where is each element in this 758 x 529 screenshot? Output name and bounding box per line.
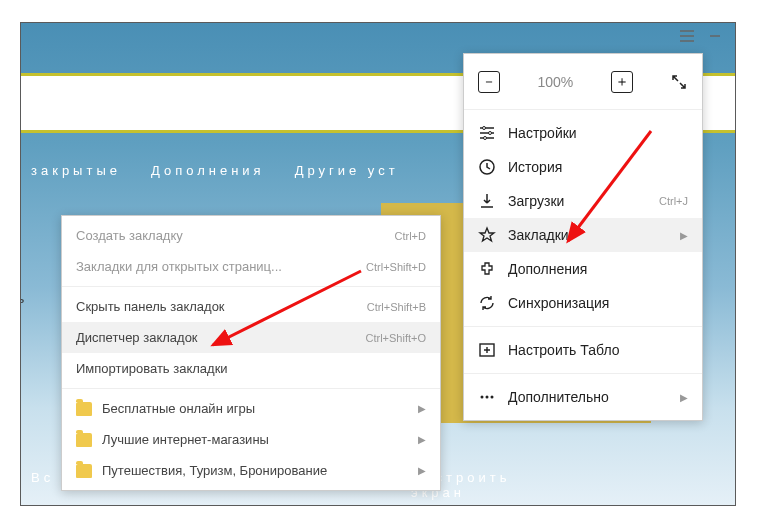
menu-settings[interactable]: Настройки (464, 116, 702, 150)
menu-sync[interactable]: Синхронизация (464, 286, 702, 320)
bookmarks-toolbar: закрытые Дополнения Другие уст (21, 163, 399, 178)
submenu-create-bookmark[interactable]: Создать закладку Ctrl+D (62, 220, 440, 251)
hamburger-menu-button[interactable] (673, 23, 701, 49)
submenu-folder-shops[interactable]: Лучшие интернет-магазины ▶ (62, 424, 440, 455)
toolbar-link-addons[interactable]: Дополнения (151, 163, 265, 178)
toolbar-link-closed[interactable]: закрытые (31, 163, 121, 178)
menu-label: Диспетчер закладок (76, 330, 355, 345)
sync-icon (478, 294, 496, 312)
submenu-folder-travel[interactable]: Путешествия, Туризм, Бронирование ▶ (62, 455, 440, 486)
zoom-controls: － 100% ＋ (464, 54, 702, 110)
shortcut: Ctrl+Shift+D (366, 261, 426, 273)
menu-downloads[interactable]: Загрузки Ctrl+J (464, 184, 702, 218)
browser-window: закрытые Дополнения Другие уст сть Вс На… (20, 22, 736, 506)
chevron-right-icon: ▶ (418, 465, 426, 476)
zoom-value: 100% (537, 74, 573, 90)
settings-icon (478, 124, 496, 142)
menu-label: Бесплатные онлайн игры (102, 401, 408, 416)
menu-addons[interactable]: Дополнения (464, 252, 702, 286)
submenu-bookmark-open-tabs[interactable]: Закладки для открытых страниц... Ctrl+Sh… (62, 251, 440, 282)
fullscreen-icon[interactable] (670, 73, 688, 91)
svg-point-7 (491, 396, 494, 399)
menu-label: Создать закладку (76, 228, 385, 243)
window-controls (673, 23, 735, 49)
menu-label: Настройки (508, 125, 688, 141)
download-icon (478, 192, 496, 210)
history-icon (478, 158, 496, 176)
menu-label: Путешествия, Туризм, Бронирование (102, 463, 408, 478)
bottom-left-text: Вс (31, 470, 54, 485)
shortcut: Ctrl+J (659, 195, 688, 207)
svg-point-0 (483, 127, 486, 130)
menu-label: Лучшие интернет-магазины (102, 432, 408, 447)
svg-point-2 (484, 137, 487, 140)
shortcut: Ctrl+Shift+O (365, 332, 426, 344)
menu-bookmarks[interactable]: Закладки ▶ (464, 218, 702, 252)
chevron-right-icon: ▶ (418, 434, 426, 445)
chevron-right-icon: ▶ (680, 392, 688, 403)
svg-point-1 (489, 132, 492, 135)
menu-history[interactable]: История (464, 150, 702, 184)
shortcut: Ctrl+Shift+B (367, 301, 426, 313)
more-icon (478, 388, 496, 406)
grid-plus-icon (478, 341, 496, 359)
menu-label: Скрыть панель закладок (76, 299, 357, 314)
submenu-bookmark-manager[interactable]: Диспетчер закладок Ctrl+Shift+O (62, 322, 440, 353)
main-menu: － 100% ＋ Настройки История Загрузки Ctrl… (463, 53, 703, 421)
toolbar-link-devices[interactable]: Другие уст (295, 163, 399, 178)
menu-label: Закладки (508, 227, 664, 243)
bottom-bar: Вс Настроить экран (21, 470, 54, 485)
svg-point-6 (486, 396, 489, 399)
puzzle-icon (478, 260, 496, 278)
menu-more[interactable]: Дополнительно ▶ (464, 380, 702, 414)
menu-label: Закладки для открытых страниц... (76, 259, 356, 274)
minimize-button[interactable] (701, 23, 729, 49)
menu-label: История (508, 159, 688, 175)
zoom-in-button[interactable]: ＋ (611, 71, 633, 93)
menu-label: Загрузки (508, 193, 647, 209)
submenu-folder-games[interactable]: Бесплатные онлайн игры ▶ (62, 393, 440, 424)
folder-icon (76, 464, 92, 478)
zoom-out-button[interactable]: － (478, 71, 500, 93)
menu-label: Синхронизация (508, 295, 688, 311)
submenu-hide-bookmarks-bar[interactable]: Скрыть панель закладок Ctrl+Shift+B (62, 291, 440, 322)
star-icon (478, 226, 496, 244)
shortcut: Ctrl+D (395, 230, 426, 242)
menu-label: Импортировать закладки (76, 361, 426, 376)
menu-tablo[interactable]: Настроить Табло (464, 333, 702, 367)
chevron-right-icon: ▶ (418, 403, 426, 414)
submenu-import-bookmarks[interactable]: Импортировать закладки (62, 353, 440, 384)
folder-icon (76, 402, 92, 416)
menu-label: Дополнения (508, 261, 688, 277)
folder-icon (76, 433, 92, 447)
svg-point-5 (481, 396, 484, 399)
chevron-right-icon: ▶ (680, 230, 688, 241)
menu-label: Настроить Табло (508, 342, 688, 358)
menu-label: Дополнительно (508, 389, 664, 405)
bookmarks-submenu: Создать закладку Ctrl+D Закладки для отк… (61, 215, 441, 491)
cropped-text: сть (20, 291, 59, 306)
